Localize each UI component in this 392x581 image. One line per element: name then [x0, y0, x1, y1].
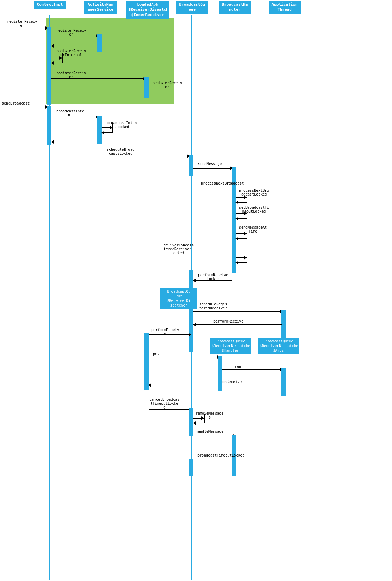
arrow-handlemessage [193, 436, 236, 436]
label-registerreceiver-3: registerReceiver [56, 71, 86, 79]
arrow-sendbroadcast [4, 107, 48, 107]
arrow-cancelbroadcast [149, 409, 191, 410]
arrow-self-7a [193, 418, 204, 419]
label-registerreceiver-4: registerReceiver [152, 81, 182, 89]
lifeline-header-activitymanager: ActivityManagerService [84, 1, 117, 14]
self-loop-4v [247, 209, 247, 218]
arrow-post [149, 357, 220, 357]
lifeline-header-loadedapk: LoadedApk$ReceiverDispatcher$InnerReceiv… [126, 1, 169, 19]
arrow-performreceive-return [193, 324, 282, 325]
label-registerreceiver-2: registerReceiver [56, 28, 86, 36]
arrow-self-1a [51, 58, 62, 58]
self-loop-5v [247, 229, 247, 238]
arrow-onreceive [149, 385, 220, 385]
activation-contextimpl-1 [47, 27, 51, 105]
label-handlemessage: handleMessage [196, 430, 223, 433]
arrow-registerreceiver-2 [51, 36, 98, 36]
arrow-self-6b [236, 262, 247, 263]
activation-broadcasthandler-4 [232, 459, 236, 476]
label-broadcastqueue-receiverdispatcher: BroadcastQueue$ReceiverDispatcher [160, 288, 197, 309]
arrow-self-6a [236, 257, 247, 258]
arrow-run [222, 369, 283, 370]
arrow-sendmessage [193, 168, 232, 169]
arrow-performreceivelocked [193, 280, 232, 281]
arrow-schedulebroadcasts [102, 156, 190, 156]
self-loop-3v [247, 193, 247, 202]
label-broadcasttimeoutlocked: broadcastTimeoutLocked [197, 453, 244, 457]
label-delivertoreceiver: deliverToRegisteredReceiverLocked [164, 243, 194, 255]
label-onreceive: onReceive [222, 380, 242, 384]
self-loop-1v [62, 53, 63, 63]
label-broadcastintent: broadcastIntent [56, 109, 84, 117]
label-sendmessageattime: sendMessageAtTime [239, 225, 267, 233]
arrow-return-2 [51, 142, 98, 142]
lifeline-header-broadcastqueue: BroadcastQueue [176, 1, 208, 14]
label-setbroadcasttimeout: setBroadcastTimeoutLocked [239, 206, 269, 213]
lifeline-header-applicationthread: ApplicationThread [269, 1, 301, 14]
activation-loadedapk-2 [144, 333, 149, 390]
label-processnextbroadcast: processNextBroadcast [201, 181, 244, 185]
lifeline-loadedapk [147, 19, 147, 580]
lifeline-broadcasthandler [234, 15, 234, 580]
arrow-self-2a [102, 127, 112, 128]
label-schedulebroadcasts: scheduleBroadcastsLocked [107, 148, 134, 155]
label-registerreceiver-1: registerReceiver [7, 20, 37, 27]
arrow-registerreceiver-1 [4, 28, 48, 28]
arrow-self-4a [236, 213, 247, 214]
label-registerreceiverinternal: registerReceiverInternal [56, 49, 86, 57]
arrow-self-4b [236, 218, 247, 219]
activation-contextimpl-2 [47, 106, 51, 145]
arrow-self-7b [193, 423, 205, 423]
arrow-performreceive [144, 334, 191, 335]
arrow-broadcastintent [51, 117, 98, 117]
label-run: run [235, 364, 241, 368]
self-loop-7v [204, 414, 205, 423]
arrow-scheduleregisteredreceiver [193, 311, 282, 312]
activation-broadcastqueue-2 [189, 270, 193, 352]
arrow-self-5b [236, 238, 247, 239]
label-performreceive-return: performReceive [213, 319, 243, 323]
self-loop-6v [247, 253, 247, 262]
arrow-self-2b [102, 132, 113, 133]
label-performreceivelocked: performReceiveLocked [198, 273, 228, 281]
activation-loadedapk-1 [144, 77, 149, 98]
self-loop-2v [112, 123, 113, 132]
activation-activitymanager-2 [97, 116, 102, 144]
label-processnextbroadcastlocked: processNextBroadcastLocked [239, 188, 269, 196]
lifeline-activitymanager [100, 15, 100, 580]
label-post: post [153, 352, 161, 356]
label-broadcastqueue-handler: BroadcastQueue$ReceiverDispatcher$Handle… [210, 338, 251, 354]
label-cancelbroadcast: cancelBroadcastTimeoutLocked [149, 398, 179, 409]
label-scheduleregisteredreceiver: scheduleRegisteredReceiver [199, 302, 227, 310]
activation-activitymanager-1 [97, 34, 102, 52]
arrow-self-5a [236, 233, 247, 234]
activation-args [281, 368, 286, 396]
label-sendbroadcast: sendBroadcast [2, 101, 30, 105]
activation-broadcastqueue-3 [189, 459, 193, 476]
arrow-self-3a [236, 197, 247, 198]
arrow-self-1b [51, 63, 63, 63]
arrow-registerreceiver-3 [51, 78, 145, 79]
arrow-self-3b [236, 202, 247, 203]
arrow-return-1 [51, 46, 98, 46]
lifeline-header-broadcasthandler: BroadcastHandler [219, 1, 251, 14]
label-broadcastqueue-args: BroadcastQueue$ReceiverDispatcher$Args [258, 338, 299, 354]
activation-broadcastqueue-handler [218, 356, 222, 391]
lifeline-applicationthread [284, 15, 284, 580]
sequence-diagram: ContextImpl ActivityManagerService Loade… [0, 0, 392, 581]
label-sendmessage: sendMessage [198, 162, 222, 166]
lifeline-header-contextimpl: ContextImpl [34, 1, 66, 9]
activation-broadcastqueue-1 [189, 155, 193, 176]
